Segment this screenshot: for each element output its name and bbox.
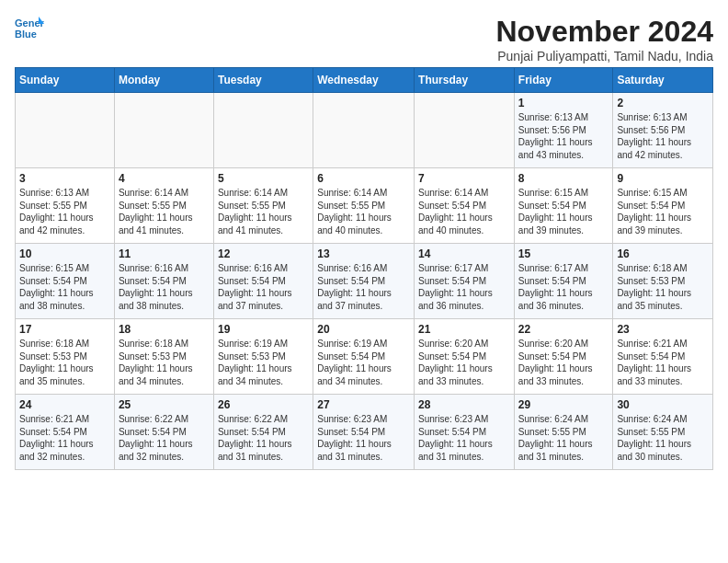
day-info: Sunrise: 6:18 AM Sunset: 5:53 PM Dayligh…	[119, 338, 210, 387]
calendar-cell: 21Sunrise: 6:20 AM Sunset: 5:54 PM Dayli…	[415, 319, 515, 395]
day-number: 8	[518, 172, 609, 185]
calendar-cell: 2Sunrise: 6:13 AM Sunset: 5:56 PM Daylig…	[613, 93, 713, 168]
logo-icon: General Blue	[15, 15, 44, 40]
calendar-cell: 23Sunrise: 6:21 AM Sunset: 5:54 PM Dayli…	[613, 319, 713, 395]
day-info: Sunrise: 6:22 AM Sunset: 5:54 PM Dayligh…	[218, 413, 309, 463]
page-header: General Blue November 2024 Punjai Puliya…	[15, 15, 713, 63]
location: Punjai Puliyampatti, Tamil Nadu, India	[495, 49, 713, 63]
day-number: 13	[317, 247, 410, 260]
calendar-cell: 1Sunrise: 6:13 AM Sunset: 5:56 PM Daylig…	[514, 93, 613, 168]
day-info: Sunrise: 6:22 AM Sunset: 5:54 PM Dayligh…	[119, 413, 210, 463]
day-number: 22	[518, 323, 609, 336]
calendar-cell: 25Sunrise: 6:22 AM Sunset: 5:54 PM Dayli…	[114, 395, 213, 470]
week-row-5: 24Sunrise: 6:21 AM Sunset: 5:54 PM Dayli…	[16, 395, 713, 470]
week-row-3: 10Sunrise: 6:15 AM Sunset: 5:54 PM Dayli…	[16, 244, 713, 319]
calendar-cell: 10Sunrise: 6:15 AM Sunset: 5:54 PM Dayli…	[16, 244, 115, 319]
day-number: 28	[418, 398, 510, 411]
calendar-cell: 4Sunrise: 6:14 AM Sunset: 5:55 PM Daylig…	[114, 168, 213, 244]
day-info: Sunrise: 6:16 AM Sunset: 5:54 PM Dayligh…	[317, 262, 410, 312]
calendar-cell: 6Sunrise: 6:14 AM Sunset: 5:55 PM Daylig…	[313, 168, 415, 244]
day-info: Sunrise: 6:23 AM Sunset: 5:54 PM Dayligh…	[418, 413, 510, 463]
day-number: 3	[19, 172, 110, 185]
day-info: Sunrise: 6:24 AM Sunset: 5:55 PM Dayligh…	[617, 413, 709, 463]
day-number: 25	[119, 398, 210, 411]
day-info: Sunrise: 6:15 AM Sunset: 5:54 PM Dayligh…	[518, 187, 609, 236]
calendar-cell: 13Sunrise: 6:16 AM Sunset: 5:54 PM Dayli…	[313, 244, 415, 319]
calendar-cell: 18Sunrise: 6:18 AM Sunset: 5:53 PM Dayli…	[114, 319, 213, 395]
calendar-cell: 12Sunrise: 6:16 AM Sunset: 5:54 PM Dayli…	[213, 244, 313, 319]
day-info: Sunrise: 6:17 AM Sunset: 5:54 PM Dayligh…	[418, 262, 510, 312]
calendar-cell: 7Sunrise: 6:14 AM Sunset: 5:54 PM Daylig…	[415, 168, 515, 244]
day-info: Sunrise: 6:17 AM Sunset: 5:54 PM Dayligh…	[518, 262, 609, 312]
calendar-cell: 8Sunrise: 6:15 AM Sunset: 5:54 PM Daylig…	[514, 168, 613, 244]
day-number: 2	[617, 97, 709, 109]
day-info: Sunrise: 6:18 AM Sunset: 5:53 PM Dayligh…	[19, 338, 110, 387]
day-number: 17	[19, 323, 110, 336]
calendar-cell: 28Sunrise: 6:23 AM Sunset: 5:54 PM Dayli…	[415, 395, 515, 470]
day-info: Sunrise: 6:14 AM Sunset: 5:54 PM Dayligh…	[418, 187, 510, 236]
calendar-cell: 3Sunrise: 6:13 AM Sunset: 5:55 PM Daylig…	[16, 168, 115, 244]
calendar-cell	[16, 93, 115, 168]
title-block: November 2024 Punjai Puliyampatti, Tamil…	[495, 15, 713, 63]
weekday-header-tuesday: Tuesday	[213, 68, 313, 93]
calendar-cell: 16Sunrise: 6:18 AM Sunset: 5:53 PM Dayli…	[613, 244, 713, 319]
day-number: 9	[617, 172, 709, 185]
weekday-header-sunday: Sunday	[16, 68, 115, 93]
calendar-cell: 26Sunrise: 6:22 AM Sunset: 5:54 PM Dayli…	[213, 395, 313, 470]
weekday-header-row: SundayMondayTuesdayWednesdayThursdayFrid…	[16, 68, 713, 93]
calendar-cell	[213, 93, 313, 168]
day-number: 16	[617, 247, 709, 260]
day-number: 29	[518, 398, 609, 411]
day-number: 26	[218, 398, 309, 411]
calendar-cell: 9Sunrise: 6:15 AM Sunset: 5:54 PM Daylig…	[613, 168, 713, 244]
day-number: 19	[218, 323, 309, 336]
day-number: 1	[518, 97, 609, 109]
calendar-cell: 20Sunrise: 6:19 AM Sunset: 5:54 PM Dayli…	[313, 319, 415, 395]
day-number: 18	[119, 323, 210, 336]
calendar-cell: 19Sunrise: 6:19 AM Sunset: 5:53 PM Dayli…	[213, 319, 313, 395]
calendar-cell: 14Sunrise: 6:17 AM Sunset: 5:54 PM Dayli…	[415, 244, 515, 319]
calendar-cell: 17Sunrise: 6:18 AM Sunset: 5:53 PM Dayli…	[16, 319, 115, 395]
calendar-cell	[114, 93, 213, 168]
calendar-cell: 5Sunrise: 6:14 AM Sunset: 5:55 PM Daylig…	[213, 168, 313, 244]
day-info: Sunrise: 6:13 AM Sunset: 5:56 PM Dayligh…	[518, 111, 609, 161]
calendar-cell: 11Sunrise: 6:16 AM Sunset: 5:54 PM Dayli…	[114, 244, 213, 319]
day-info: Sunrise: 6:16 AM Sunset: 5:54 PM Dayligh…	[119, 262, 210, 312]
day-number: 27	[317, 398, 410, 411]
day-number: 6	[317, 172, 410, 185]
day-number: 10	[19, 247, 110, 260]
day-info: Sunrise: 6:14 AM Sunset: 5:55 PM Dayligh…	[317, 187, 410, 236]
day-number: 7	[418, 172, 510, 185]
calendar-cell: 27Sunrise: 6:23 AM Sunset: 5:54 PM Dayli…	[313, 395, 415, 470]
day-info: Sunrise: 6:18 AM Sunset: 5:53 PM Dayligh…	[617, 262, 709, 312]
calendar-cell: 15Sunrise: 6:17 AM Sunset: 5:54 PM Dayli…	[514, 244, 613, 319]
calendar-cell: 24Sunrise: 6:21 AM Sunset: 5:54 PM Dayli…	[16, 395, 115, 470]
day-number: 24	[19, 398, 110, 411]
day-info: Sunrise: 6:21 AM Sunset: 5:54 PM Dayligh…	[617, 338, 709, 387]
day-info: Sunrise: 6:20 AM Sunset: 5:54 PM Dayligh…	[518, 338, 609, 387]
calendar-cell: 30Sunrise: 6:24 AM Sunset: 5:55 PM Dayli…	[613, 395, 713, 470]
day-number: 20	[317, 323, 410, 336]
day-number: 21	[418, 323, 510, 336]
month-title: November 2024	[495, 15, 713, 49]
day-number: 23	[617, 323, 709, 336]
week-row-1: 1Sunrise: 6:13 AM Sunset: 5:56 PM Daylig…	[16, 93, 713, 168]
weekday-header-saturday: Saturday	[613, 68, 713, 93]
weekday-header-wednesday: Wednesday	[313, 68, 415, 93]
day-number: 11	[119, 247, 210, 260]
week-row-4: 17Sunrise: 6:18 AM Sunset: 5:53 PM Dayli…	[16, 319, 713, 395]
day-number: 14	[418, 247, 510, 260]
day-info: Sunrise: 6:23 AM Sunset: 5:54 PM Dayligh…	[317, 413, 410, 463]
day-info: Sunrise: 6:15 AM Sunset: 5:54 PM Dayligh…	[617, 187, 709, 236]
day-number: 4	[119, 172, 210, 185]
day-info: Sunrise: 6:20 AM Sunset: 5:54 PM Dayligh…	[418, 338, 510, 387]
day-number: 30	[617, 398, 709, 411]
day-info: Sunrise: 6:24 AM Sunset: 5:55 PM Dayligh…	[518, 413, 609, 463]
calendar-cell	[313, 93, 415, 168]
weekday-header-monday: Monday	[114, 68, 213, 93]
day-info: Sunrise: 6:21 AM Sunset: 5:54 PM Dayligh…	[19, 413, 110, 463]
day-info: Sunrise: 6:14 AM Sunset: 5:55 PM Dayligh…	[218, 187, 309, 236]
calendar-cell: 29Sunrise: 6:24 AM Sunset: 5:55 PM Dayli…	[514, 395, 613, 470]
day-info: Sunrise: 6:19 AM Sunset: 5:54 PM Dayligh…	[317, 338, 410, 387]
calendar-cell: 22Sunrise: 6:20 AM Sunset: 5:54 PM Dayli…	[514, 319, 613, 395]
